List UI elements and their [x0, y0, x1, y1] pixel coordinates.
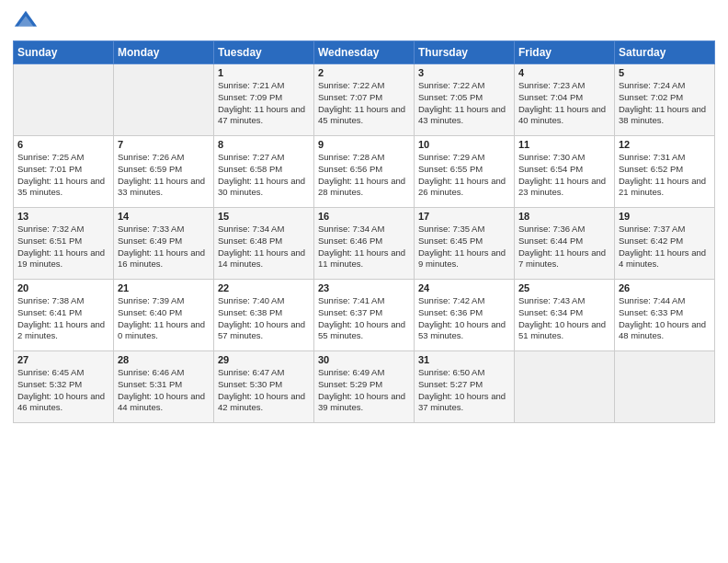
day-info: Sunrise: 6:46 AMSunset: 5:31 PMDaylight:… — [118, 367, 205, 412]
day-number: 20 — [17, 282, 109, 293]
day-info: Sunrise: 7:36 AMSunset: 6:44 PMDaylight:… — [518, 224, 606, 269]
calendar-table: SundayMondayTuesdayWednesdayThursdayFrid… — [13, 40, 715, 423]
day-info: Sunrise: 7:44 AMSunset: 6:33 PMDaylight:… — [619, 295, 706, 340]
day-info: Sunrise: 7:24 AMSunset: 7:02 PMDaylight:… — [619, 80, 706, 125]
calendar-cell: 20 Sunrise: 7:38 AMSunset: 6:41 PMDaylig… — [14, 280, 114, 351]
calendar-cell: 19 Sunrise: 7:37 AMSunset: 6:42 PMDaylig… — [615, 208, 715, 280]
day-info: Sunrise: 7:21 AMSunset: 7:09 PMDaylight:… — [218, 80, 305, 125]
day-info: Sunrise: 7:33 AMSunset: 6:49 PMDaylight:… — [118, 224, 205, 269]
day-number: 28 — [118, 354, 210, 365]
day-number: 31 — [418, 354, 510, 365]
calendar-cell: 24 Sunrise: 7:42 AMSunset: 6:36 PMDaylig… — [415, 280, 515, 351]
calendar-cell: 9 Sunrise: 7:28 AMSunset: 6:56 PMDayligh… — [314, 136, 415, 208]
day-info: Sunrise: 7:28 AMSunset: 6:56 PMDaylight:… — [318, 152, 405, 197]
day-number: 12 — [619, 139, 711, 150]
day-number: 21 — [118, 282, 210, 293]
calendar-cell: 3 Sunrise: 7:22 AMSunset: 7:05 PMDayligh… — [415, 64, 515, 136]
calendar-cell — [515, 351, 615, 423]
day-number: 17 — [418, 211, 510, 222]
day-info: Sunrise: 7:40 AMSunset: 6:38 PMDaylight:… — [218, 295, 305, 340]
day-info: Sunrise: 7:30 AMSunset: 6:54 PMDaylight:… — [518, 152, 606, 197]
calendar-cell: 13 Sunrise: 7:32 AMSunset: 6:51 PMDaylig… — [14, 208, 114, 280]
day-info: Sunrise: 7:32 AMSunset: 6:51 PMDaylight:… — [17, 224, 105, 269]
day-info: Sunrise: 6:50 AMSunset: 5:27 PMDaylight:… — [418, 367, 506, 412]
calendar-cell: 4 Sunrise: 7:23 AMSunset: 7:04 PMDayligh… — [515, 64, 615, 136]
calendar-cell: 7 Sunrise: 7:26 AMSunset: 6:59 PMDayligh… — [114, 136, 214, 208]
calendar-cell: 10 Sunrise: 7:29 AMSunset: 6:55 PMDaylig… — [415, 136, 515, 208]
calendar-cell: 17 Sunrise: 7:35 AMSunset: 6:45 PMDaylig… — [415, 208, 515, 280]
week-row-4: 20 Sunrise: 7:38 AMSunset: 6:41 PMDaylig… — [14, 280, 715, 351]
calendar-cell: 12 Sunrise: 7:31 AMSunset: 6:52 PMDaylig… — [615, 136, 715, 208]
day-info: Sunrise: 7:26 AMSunset: 6:59 PMDaylight:… — [118, 152, 205, 197]
day-info: Sunrise: 6:47 AMSunset: 5:30 PMDaylight:… — [218, 367, 305, 412]
day-number: 27 — [17, 354, 109, 365]
day-info: Sunrise: 7:25 AMSunset: 7:01 PMDaylight:… — [17, 152, 105, 197]
day-number: 29 — [218, 354, 310, 365]
calendar-cell: 25 Sunrise: 7:43 AMSunset: 6:34 PMDaylig… — [515, 280, 615, 351]
day-info: Sunrise: 7:34 AMSunset: 6:46 PMDaylight:… — [318, 224, 405, 269]
day-info: Sunrise: 7:39 AMSunset: 6:40 PMDaylight:… — [118, 295, 205, 340]
header — [13, 9, 715, 35]
logo-icon — [13, 9, 39, 35]
week-row-3: 13 Sunrise: 7:32 AMSunset: 6:51 PMDaylig… — [14, 208, 715, 280]
day-info: Sunrise: 7:42 AMSunset: 6:36 PMDaylight:… — [418, 295, 506, 340]
day-number: 2 — [318, 67, 410, 78]
weekday-header-row: SundayMondayTuesdayWednesdayThursdayFrid… — [14, 41, 715, 64]
day-info: Sunrise: 7:22 AMSunset: 7:05 PMDaylight:… — [418, 80, 506, 125]
day-number: 7 — [118, 139, 210, 150]
day-number: 18 — [518, 211, 610, 222]
calendar-cell: 31 Sunrise: 6:50 AMSunset: 5:27 PMDaylig… — [415, 351, 515, 423]
main-container: SundayMondayTuesdayWednesdayThursdayFrid… — [0, 0, 728, 432]
day-number: 14 — [118, 211, 210, 222]
day-info: Sunrise: 7:43 AMSunset: 6:34 PMDaylight:… — [518, 295, 606, 340]
day-number: 26 — [619, 282, 711, 293]
logo — [13, 9, 41, 35]
day-info: Sunrise: 6:45 AMSunset: 5:32 PMDaylight:… — [17, 367, 105, 412]
day-number: 25 — [518, 282, 610, 293]
day-info: Sunrise: 7:35 AMSunset: 6:45 PMDaylight:… — [418, 224, 506, 269]
calendar-cell: 23 Sunrise: 7:41 AMSunset: 6:37 PMDaylig… — [314, 280, 415, 351]
weekday-header-wednesday: Wednesday — [314, 41, 415, 64]
day-number: 16 — [318, 211, 410, 222]
weekday-header-thursday: Thursday — [415, 41, 515, 64]
calendar-cell — [615, 351, 715, 423]
day-number: 1 — [218, 67, 310, 78]
day-number: 23 — [318, 282, 410, 293]
calendar-cell: 15 Sunrise: 7:34 AMSunset: 6:48 PMDaylig… — [214, 208, 314, 280]
calendar-cell: 2 Sunrise: 7:22 AMSunset: 7:07 PMDayligh… — [314, 64, 415, 136]
calendar-cell: 16 Sunrise: 7:34 AMSunset: 6:46 PMDaylig… — [314, 208, 415, 280]
calendar-cell: 14 Sunrise: 7:33 AMSunset: 6:49 PMDaylig… — [114, 208, 214, 280]
day-info: Sunrise: 7:31 AMSunset: 6:52 PMDaylight:… — [619, 152, 706, 197]
day-number: 19 — [619, 211, 711, 222]
weekday-header-saturday: Saturday — [615, 41, 715, 64]
day-info: Sunrise: 7:37 AMSunset: 6:42 PMDaylight:… — [619, 224, 706, 269]
weekday-header-sunday: Sunday — [14, 41, 114, 64]
day-number: 24 — [418, 282, 510, 293]
calendar-cell: 29 Sunrise: 6:47 AMSunset: 5:30 PMDaylig… — [214, 351, 314, 423]
day-number: 15 — [218, 211, 310, 222]
day-info: Sunrise: 7:22 AMSunset: 7:07 PMDaylight:… — [318, 80, 405, 125]
weekday-header-monday: Monday — [114, 41, 214, 64]
day-info: Sunrise: 7:27 AMSunset: 6:58 PMDaylight:… — [218, 152, 305, 197]
day-number: 11 — [518, 139, 610, 150]
day-info: Sunrise: 7:38 AMSunset: 6:41 PMDaylight:… — [17, 295, 105, 340]
day-info: Sunrise: 7:23 AMSunset: 7:04 PMDaylight:… — [518, 80, 606, 125]
calendar-cell: 28 Sunrise: 6:46 AMSunset: 5:31 PMDaylig… — [114, 351, 214, 423]
day-number: 13 — [17, 211, 109, 222]
calendar-cell: 21 Sunrise: 7:39 AMSunset: 6:40 PMDaylig… — [114, 280, 214, 351]
week-row-1: 1 Sunrise: 7:21 AMSunset: 7:09 PMDayligh… — [14, 64, 715, 136]
calendar-cell: 11 Sunrise: 7:30 AMSunset: 6:54 PMDaylig… — [515, 136, 615, 208]
calendar-cell: 5 Sunrise: 7:24 AMSunset: 7:02 PMDayligh… — [615, 64, 715, 136]
day-info: Sunrise: 7:34 AMSunset: 6:48 PMDaylight:… — [218, 224, 305, 269]
week-row-2: 6 Sunrise: 7:25 AMSunset: 7:01 PMDayligh… — [14, 136, 715, 208]
week-row-5: 27 Sunrise: 6:45 AMSunset: 5:32 PMDaylig… — [14, 351, 715, 423]
calendar-cell: 1 Sunrise: 7:21 AMSunset: 7:09 PMDayligh… — [214, 64, 314, 136]
calendar-cell — [14, 64, 114, 136]
calendar-cell: 18 Sunrise: 7:36 AMSunset: 6:44 PMDaylig… — [515, 208, 615, 280]
day-number: 30 — [318, 354, 410, 365]
day-info: Sunrise: 6:49 AMSunset: 5:29 PMDaylight:… — [318, 367, 405, 412]
calendar-cell — [114, 64, 214, 136]
calendar-cell: 22 Sunrise: 7:40 AMSunset: 6:38 PMDaylig… — [214, 280, 314, 351]
day-number: 8 — [218, 139, 310, 150]
day-info: Sunrise: 7:41 AMSunset: 6:37 PMDaylight:… — [318, 295, 405, 340]
